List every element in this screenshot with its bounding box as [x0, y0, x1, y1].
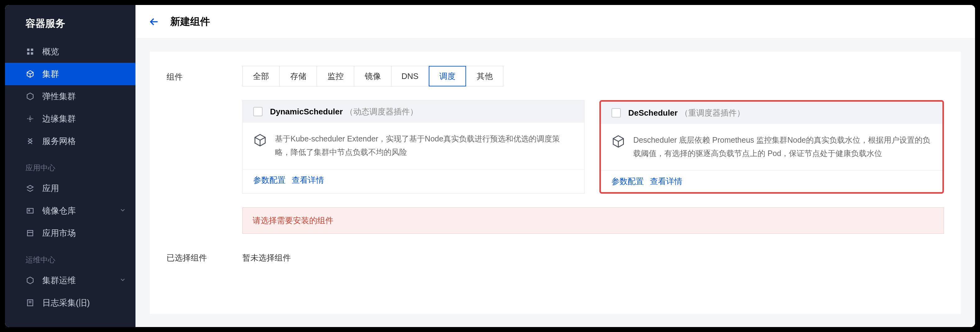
sidebar-item-label: 服务网格	[42, 136, 135, 147]
tab-schedule[interactable]: 调度	[429, 66, 466, 86]
card-body: 基于Kube-scheduler Extender，实现了基于Node真实负载进…	[243, 123, 584, 169]
card-description: 基于Kube-scheduler Extender，实现了基于Node真实负载进…	[275, 132, 574, 158]
svg-rect-5	[27, 208, 33, 213]
link-details[interactable]: 查看详情	[292, 175, 324, 185]
link-details[interactable]: 查看详情	[650, 176, 682, 187]
sidebar-item-label: 集群运维	[42, 275, 119, 286]
sidebar-item-edge-cluster[interactable]: 边缘集群	[5, 108, 135, 130]
card-description: Descheduler 底层依赖 Prometheus 监控集群Node的真实负…	[633, 133, 932, 160]
svg-point-6	[29, 210, 30, 211]
sidebar-item-label: 边缘集群	[42, 113, 135, 124]
sidebar-item-label: 镜像仓库	[42, 205, 119, 216]
topbar: 新建组件	[135, 5, 975, 38]
package-icon	[253, 133, 267, 147]
sidebar: 容器服务 概览 集群 弹性集群 边缘集群 服务网格 应用中心	[5, 5, 135, 327]
form-row-component: 组件 全部 存储 监控 镜像 DNS 调度 其他	[167, 66, 944, 234]
chevron-down-icon	[119, 276, 126, 286]
sidebar-item-label: 日志采集(旧)	[42, 297, 135, 308]
checkbox[interactable]	[253, 107, 262, 116]
tab-dns[interactable]: DNS	[391, 66, 429, 86]
card-header: DynamicScheduler （动态调度器插件）	[243, 101, 584, 123]
svg-rect-0	[27, 48, 30, 51]
card-footer: 参数配置 查看详情	[601, 170, 942, 192]
layers-icon	[25, 184, 35, 193]
sidebar-item-cluster-ops[interactable]: 集群运维	[5, 269, 135, 292]
form-label-selected: 已选择组件	[167, 252, 242, 263]
selected-empty-text: 暂未选择组件	[242, 252, 291, 263]
card-list: DynamicScheduler （动态调度器插件） 基于Kube-schedu…	[242, 100, 944, 194]
chevron-down-icon	[119, 206, 126, 216]
tab-other[interactable]: 其他	[466, 66, 503, 86]
sidebar-item-label: 弹性集群	[42, 91, 135, 102]
svg-rect-7	[27, 230, 33, 236]
sidebar-item-image-repo[interactable]: 镜像仓库	[5, 200, 135, 222]
tab-monitor[interactable]: 监控	[317, 66, 354, 86]
sidebar-item-label: 概览	[42, 46, 135, 57]
card-title: DynamicScheduler	[270, 107, 343, 117]
sidebar-item-log-collect[interactable]: 日志采集(旧)	[5, 292, 135, 314]
tab-row: 全部 存储 监控 镜像 DNS 调度 其他	[242, 66, 944, 86]
link-params[interactable]: 参数配置	[611, 176, 644, 187]
svg-rect-1	[31, 48, 33, 51]
tab-storage[interactable]: 存储	[280, 66, 317, 86]
card-descheduler: DeScheduler （重调度器插件） Descheduler 底层依赖 Pr…	[599, 100, 944, 194]
card-footer: 参数配置 查看详情	[243, 169, 584, 191]
form-panel: 组件 全部 存储 监控 镜像 DNS 调度 其他	[150, 52, 961, 314]
card-dynamic-scheduler: DynamicScheduler （动态调度器插件） 基于Kube-schedu…	[242, 100, 584, 194]
sidebar-item-elastic-cluster[interactable]: 弹性集群	[5, 85, 135, 108]
svg-point-4	[29, 118, 31, 120]
card-suffix: （重调度器插件）	[680, 108, 745, 118]
sidebar-item-label: 应用	[42, 183, 135, 194]
card-header: DeScheduler （重调度器插件）	[601, 102, 942, 124]
ops-icon	[25, 276, 35, 285]
log-icon	[25, 298, 35, 307]
form-label-component: 组件	[167, 66, 242, 82]
page-title: 新建组件	[170, 15, 210, 29]
sidebar-group-ops-center: 运维中心	[5, 244, 135, 269]
card-suffix: （动态调度器插件）	[345, 106, 418, 117]
cube-outline-icon	[25, 92, 35, 101]
tab-image[interactable]: 镜像	[354, 66, 391, 86]
package-icon	[611, 135, 625, 148]
back-button[interactable]	[148, 16, 160, 27]
sidebar-item-label: 集群	[42, 69, 135, 80]
image-icon	[25, 206, 35, 215]
svg-rect-2	[27, 52, 30, 55]
link-params[interactable]: 参数配置	[253, 175, 286, 185]
brand-title: 容器服务	[5, 5, 135, 40]
market-icon	[25, 228, 35, 238]
error-message: 请选择需要安装的组件	[242, 208, 944, 234]
main-area: 新建组件 组件 全部 存储 监控 镜像 DNS 调度	[135, 5, 975, 327]
app-window: 容器服务 概览 集群 弹性集群 边缘集群 服务网格 应用中心	[5, 5, 975, 327]
card-body: Descheduler 底层依赖 Prometheus 监控集群Node的真实负…	[601, 124, 942, 170]
window-frame: 容器服务 概览 集群 弹性集群 边缘集群 服务网格 应用中心	[0, 0, 980, 332]
content-area: 组件 全部 存储 监控 镜像 DNS 调度 其他	[135, 38, 975, 327]
edge-icon	[25, 114, 35, 123]
mesh-icon	[25, 136, 35, 146]
tab-all[interactable]: 全部	[242, 66, 280, 86]
checkbox[interactable]	[611, 108, 621, 118]
cube-icon	[25, 69, 35, 79]
sidebar-item-app-market[interactable]: 应用市场	[5, 222, 135, 244]
sidebar-item-label: 应用市场	[42, 228, 135, 239]
form-row-selected: 已选择组件 暂未选择组件	[167, 252, 944, 263]
sidebar-item-cluster[interactable]: 集群	[5, 63, 135, 85]
sidebar-item-apps[interactable]: 应用	[5, 177, 135, 200]
grid-icon	[25, 47, 35, 56]
svg-rect-3	[31, 52, 33, 55]
card-title: DeScheduler	[628, 108, 678, 118]
sidebar-item-overview[interactable]: 概览	[5, 40, 135, 63]
sidebar-group-app-center: 应用中心	[5, 152, 135, 177]
sidebar-item-service-mesh[interactable]: 服务网格	[5, 130, 135, 152]
form-body: 全部 存储 监控 镜像 DNS 调度 其他	[242, 66, 944, 234]
